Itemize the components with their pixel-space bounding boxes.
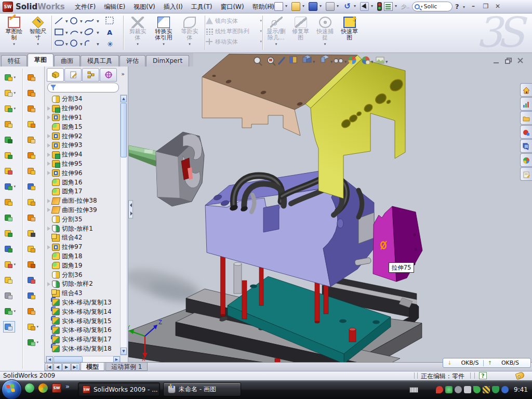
toolbar-button[interactable] bbox=[0, 163, 22, 179]
options-list-icon[interactable] bbox=[384, 2, 393, 11]
toolbar-button[interactable] bbox=[0, 210, 22, 225]
tree-item[interactable]: 实体-移动/复制14 bbox=[46, 307, 121, 316]
quick-tip-icon[interactable]: ? bbox=[479, 372, 487, 379]
print-dd-icon[interactable]: ▾ bbox=[337, 0, 341, 12]
tree-item[interactable]: 实体-移动/复制15 bbox=[46, 316, 121, 326]
command-tab[interactable]: 评估 bbox=[119, 55, 145, 66]
expand-arrow-icon[interactable] bbox=[46, 263, 51, 268]
tree-item[interactable]: 拉伸97 bbox=[46, 243, 121, 252]
expand-arrow-icon[interactable] bbox=[46, 124, 51, 129]
tree-item[interactable]: 实体-移动/复制13 bbox=[46, 298, 121, 308]
menu-item[interactable]: 插入(I) bbox=[164, 3, 183, 11]
ribbon-button[interactable]: 等距实体 ▾ bbox=[177, 16, 203, 53]
filter-input[interactable] bbox=[47, 83, 119, 92]
toolbar-button[interactable]: ▾ bbox=[0, 303, 22, 319]
tree-item[interactable]: 拉伸96 bbox=[46, 168, 121, 178]
expand-arrow-icon[interactable] bbox=[46, 235, 51, 241]
toolbar-button[interactable] bbox=[23, 163, 45, 179]
pin-icon[interactable]: ◎ bbox=[268, 2, 272, 11]
new-document-icon[interactable] bbox=[274, 2, 283, 11]
menu-item[interactable]: 工具(T) bbox=[191, 3, 212, 11]
appearances-tab[interactable] bbox=[520, 139, 532, 153]
expand-arrow-icon[interactable] bbox=[46, 291, 51, 296]
tree-item[interactable]: 曲面-拉伸38 bbox=[46, 196, 121, 206]
traffic-light-icon[interactable] bbox=[377, 2, 382, 11]
help-dd-icon[interactable]: ▾ bbox=[463, 5, 465, 9]
toolbar-button[interactable] bbox=[23, 194, 45, 210]
select-icon[interactable] bbox=[360, 2, 369, 11]
toolbar-button[interactable]: ▾ bbox=[0, 101, 22, 116]
model-gray-clamp[interactable] bbox=[156, 132, 204, 206]
messenger-icon[interactable] bbox=[25, 383, 34, 393]
command-tab[interactable]: 特征 bbox=[1, 55, 27, 66]
undo-icon[interactable]: ↺ bbox=[343, 2, 352, 11]
toolbar-button[interactable] bbox=[23, 179, 45, 194]
command-tab[interactable]: 曲面 bbox=[54, 55, 80, 66]
ribbon-button[interactable]: 转换实体引用 ▾ bbox=[151, 16, 177, 53]
file-explorer-tab[interactable] bbox=[520, 111, 532, 125]
search-box[interactable]: ▾ Solic bbox=[412, 2, 453, 11]
toolbar-button[interactable] bbox=[0, 272, 22, 288]
expand-arrow-icon[interactable] bbox=[46, 152, 51, 157]
antivirus-icon[interactable] bbox=[436, 386, 443, 393]
appearances-panel-tab[interactable] bbox=[100, 68, 117, 82]
toolbar-button[interactable] bbox=[23, 70, 45, 85]
expand-arrow-icon[interactable] bbox=[46, 272, 51, 277]
menu-item[interactable]: 窗口(W) bbox=[220, 3, 244, 11]
menu-item[interactable]: 视图(V) bbox=[134, 3, 155, 11]
tree-item[interactable]: 曲面-拉伸39 bbox=[46, 206, 121, 215]
status-icon[interactable] bbox=[501, 386, 509, 393]
toolbar-button[interactable] bbox=[23, 303, 45, 319]
ribbon-button[interactable]: 修复草图 ▾ bbox=[288, 16, 313, 53]
toolbar-button[interactable]: ▾ bbox=[23, 319, 45, 335]
expand-arrow-icon[interactable] bbox=[46, 143, 51, 148]
tree-item[interactable]: 切除-放样1 bbox=[46, 224, 121, 233]
resources-tab[interactable] bbox=[520, 83, 532, 97]
propertymanager-tab[interactable] bbox=[64, 68, 82, 82]
toolbar-button[interactable] bbox=[23, 101, 45, 116]
toolbar-button[interactable] bbox=[23, 241, 45, 257]
volume-icon[interactable] bbox=[464, 386, 471, 393]
tree-item[interactable]: 组合43 bbox=[46, 289, 121, 298]
expand-arrow-icon[interactable] bbox=[46, 97, 51, 102]
solidworks-quick-icon[interactable]: SW bbox=[52, 383, 61, 393]
save-icon[interactable] bbox=[309, 2, 317, 11]
model-green-rod[interactable] bbox=[129, 145, 157, 166]
tree-item[interactable]: 拉伸91 bbox=[46, 113, 121, 123]
toolbar-button[interactable] bbox=[23, 85, 45, 101]
expand-arrow-icon[interactable] bbox=[46, 245, 51, 250]
save-dd-icon[interactable]: ▾ bbox=[320, 0, 324, 12]
document-tab[interactable]: 运动算例 1 bbox=[105, 363, 148, 371]
toolbar-button[interactable] bbox=[0, 241, 22, 257]
toolbar-button[interactable]: ▾ bbox=[23, 335, 45, 350]
certificate-icon[interactable] bbox=[455, 386, 462, 393]
partial-icon[interactable]: 少.. bbox=[401, 2, 410, 11]
tree-item[interactable]: 实体-移动/复制17 bbox=[46, 335, 121, 344]
toolbar-button[interactable]: ▾ bbox=[0, 85, 22, 101]
next-page-icon[interactable]: ▶ bbox=[62, 363, 71, 371]
taskbar-button-paint[interactable]: 未命名 - 画图 bbox=[163, 382, 241, 396]
toolbar-button[interactable] bbox=[0, 225, 22, 241]
command-tab[interactable]: DimXpert bbox=[146, 55, 189, 66]
network-icon[interactable] bbox=[473, 386, 481, 393]
start-button[interactable] bbox=[2, 379, 22, 399]
security-icon[interactable] bbox=[445, 386, 453, 393]
ribbon-button[interactable]: 快速捕捉 ▾ bbox=[313, 16, 337, 53]
select-dd-icon[interactable]: ▾ bbox=[371, 0, 375, 12]
ribbon-small-button[interactable]: 线性草图阵列 ▾ bbox=[206, 26, 262, 36]
tree-item[interactable]: 分割36 bbox=[46, 270, 121, 280]
panel-more-icon[interactable]: » bbox=[121, 71, 125, 77]
first-page-icon[interactable]: |◀ bbox=[45, 363, 53, 371]
tree-item[interactable]: 圆角19 bbox=[46, 261, 121, 270]
design-library-tab[interactable] bbox=[520, 97, 532, 111]
toolbar-button[interactable] bbox=[23, 132, 45, 148]
search-input[interactable]: Solic bbox=[424, 3, 437, 10]
tree-vertical-scrollbar[interactable]: ▲ ▼ bbox=[120, 95, 127, 355]
tag-icon[interactable] bbox=[515, 371, 525, 380]
toolbar-button[interactable] bbox=[23, 288, 45, 303]
toolbar-button[interactable] bbox=[0, 194, 22, 210]
tree-item[interactable]: 圆角16 bbox=[46, 178, 121, 187]
custom-properties-tab[interactable] bbox=[520, 167, 532, 181]
toolbar-button[interactable] bbox=[0, 132, 22, 148]
ribbon-small-button[interactable]: 镜向实体 ▾ bbox=[206, 16, 262, 26]
